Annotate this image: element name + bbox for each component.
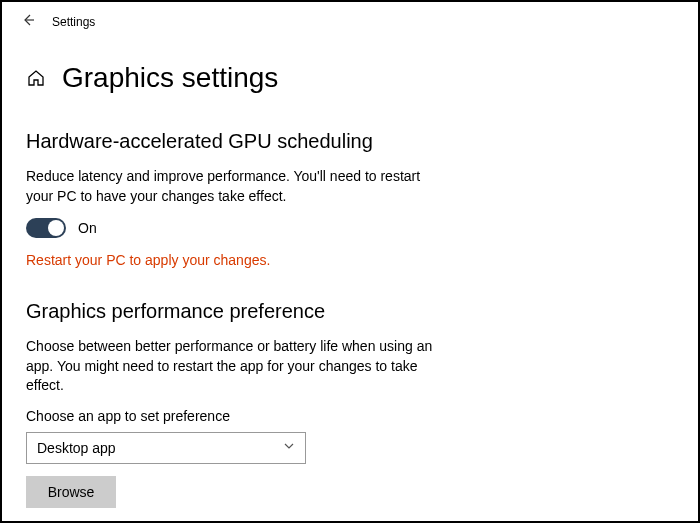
perf-section-heading: Graphics performance preference xyxy=(26,300,674,323)
perf-section-description: Choose between better performance or bat… xyxy=(26,337,446,396)
gpu-toggle[interactable] xyxy=(26,218,66,238)
gpu-toggle-row: On xyxy=(26,218,674,238)
browse-button[interactable]: Browse xyxy=(26,476,116,508)
header-label: Settings xyxy=(52,15,95,29)
gpu-section-heading: Hardware-accelerated GPU scheduling xyxy=(26,130,674,153)
gpu-section-description: Reduce latency and improve performance. … xyxy=(26,167,446,206)
home-icon[interactable] xyxy=(26,68,46,88)
app-type-dropdown[interactable]: Desktop app xyxy=(26,432,306,464)
content-area: Graphics settings Hardware-accelerated G… xyxy=(2,32,698,523)
gpu-toggle-label: On xyxy=(78,220,97,236)
back-arrow-icon[interactable] xyxy=(20,12,36,32)
header-bar: Settings xyxy=(2,2,698,32)
restart-warning: Restart your PC to apply your changes. xyxy=(26,252,674,268)
app-select-label: Choose an app to set preference xyxy=(26,408,674,424)
toggle-knob xyxy=(48,220,64,236)
chevron-down-icon xyxy=(283,440,295,455)
dropdown-value: Desktop app xyxy=(37,440,116,456)
title-row: Graphics settings xyxy=(26,62,674,94)
page-title: Graphics settings xyxy=(62,62,278,94)
